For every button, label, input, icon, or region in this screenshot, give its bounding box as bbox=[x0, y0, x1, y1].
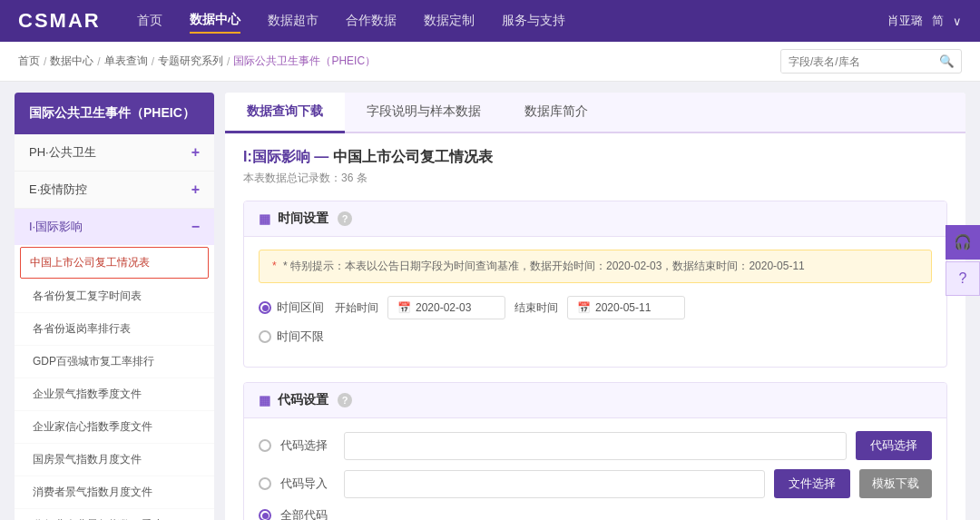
sidebar-item-7[interactable]: 消费者景气指数月度文件 bbox=[15, 476, 214, 509]
sidebar-item-1[interactable]: 各省份复工复字时间表 bbox=[15, 280, 214, 313]
float-buttons: 🎧 ? bbox=[946, 225, 980, 296]
headset-button[interactable]: 🎧 bbox=[946, 225, 980, 260]
breadcrumb-home[interactable]: 首页 bbox=[18, 54, 40, 69]
sidebar-section-ph-toggle: + bbox=[191, 144, 200, 161]
start-cal-icon: 📅 bbox=[397, 301, 411, 314]
notice-star: * bbox=[272, 260, 277, 272]
code-settings-body: 代码选择 代码选择 代码导入 文件选择 模板下载 bbox=[244, 418, 946, 520]
sidebar-item-3[interactable]: GDP百强城市复工率排行 bbox=[15, 346, 214, 378]
time-settings-body: * * 特别提示：本表以公告日期字段为时间查询基准，数据开始时间：2020-02… bbox=[244, 237, 946, 367]
record-count-value: 36 条 bbox=[341, 172, 368, 184]
code-help-icon[interactable]: ? bbox=[338, 393, 352, 407]
brand-logo: CSMAR bbox=[18, 9, 101, 33]
code-import-row: 代码导入 文件选择 模板下载 bbox=[259, 469, 932, 498]
time-unlimited-radio[interactable] bbox=[259, 330, 271, 343]
content-panel: 数据查询下载 字段说明与样本数据 数据库简介 I:国际影响 — 中国上市公司复工… bbox=[225, 93, 965, 520]
breadcrumb-sep-4: / bbox=[227, 55, 230, 68]
code-settings-block: ▦ 代码设置 ? 代码选择 代码选择 代码导入 bbox=[243, 382, 947, 520]
start-time-input[interactable]: 📅 2020-02-03 bbox=[387, 296, 505, 319]
end-time-label: 结束时间 bbox=[514, 300, 558, 316]
search-button[interactable]: 🔍 bbox=[932, 50, 962, 73]
nav-menu: 首页 数据中心 数据超市 合作数据 数据定制 服务与支持 bbox=[137, 8, 887, 34]
user-name[interactable]: 肖亚璐 bbox=[887, 13, 923, 29]
end-time-input[interactable]: 📅 2020-05-11 bbox=[567, 296, 685, 319]
time-range-radio[interactable] bbox=[259, 301, 271, 314]
main-layout: 国际公共卫生事件（PHEIC） PH·公共卫生 + E·疫情防控 + I·国际影… bbox=[0, 82, 980, 520]
tab-bar: 数据查询下载 字段说明与样本数据 数据库简介 bbox=[225, 93, 965, 133]
breadcrumb-bar: 首页 / 数据中心 / 单表查询 / 专题研究系列 / 国际公共卫生事件（PHE… bbox=[0, 42, 980, 82]
search-box: 🔍 bbox=[780, 49, 962, 74]
sidebar-section-ph-header[interactable]: PH·公共卫生 + bbox=[15, 134, 214, 171]
template-download-button[interactable]: 模板下载 bbox=[859, 469, 932, 498]
code-settings-header: ▦ 代码设置 ? bbox=[244, 383, 946, 418]
code-select-button[interactable]: 代码选择 bbox=[856, 431, 932, 460]
time-settings-title: 时间设置 bbox=[278, 211, 328, 227]
nav-user-area: 肖亚璐 简 ∨ bbox=[887, 13, 962, 29]
code-select-label: 代码选择 bbox=[280, 437, 335, 454]
nav-partner-data[interactable]: 合作数据 bbox=[346, 9, 397, 33]
title-prefix: I:国际影响 — bbox=[243, 149, 333, 164]
code-select-input[interactable] bbox=[344, 432, 847, 460]
time-range-row: 时间区间 开始时间 📅 2020-02-03 结束时间 📅 2020- bbox=[259, 296, 932, 319]
sidebar: 国际公共卫生事件（PHEIC） PH·公共卫生 + E·疫情防控 + I·国际影… bbox=[15, 93, 214, 520]
breadcrumb-current: 国际公共卫生事件（PHEIC） bbox=[233, 54, 376, 69]
start-time-value: 2020-02-03 bbox=[416, 301, 471, 314]
top-navigation: CSMAR 首页 数据中心 数据超市 合作数据 数据定制 服务与支持 肖亚璐 简… bbox=[0, 0, 980, 42]
time-settings-block: ▦ 时间设置 ? * * 特别提示：本表以公告日期字段为时间查询基准，数据开始时… bbox=[243, 201, 947, 368]
lang-switch[interactable]: 简 bbox=[932, 13, 944, 29]
record-count-label: 本表数据总记录数： bbox=[243, 172, 341, 184]
sidebar-section-i-toggle: − bbox=[191, 219, 200, 235]
sidebar-section-e-toggle: + bbox=[191, 182, 200, 198]
sidebar-section-e: E·疫情防控 + bbox=[15, 172, 214, 209]
nav-data-center[interactable]: 数据中心 bbox=[190, 8, 240, 34]
nav-data-custom[interactable]: 数据定制 bbox=[424, 9, 475, 33]
sidebar-item-5[interactable]: 企业家信心指数季度文件 bbox=[15, 411, 214, 444]
tab-query-download[interactable]: 数据查询下载 bbox=[225, 93, 345, 133]
sidebar-section-i: I·国际影响 − 中国上市公司复工情况表 各省份复工复字时间表 各省份返岗率排行… bbox=[15, 209, 214, 520]
time-help-icon[interactable]: ? bbox=[338, 211, 352, 226]
time-notice: * * 特别提示：本表以公告日期字段为时间查询基准，数据开始时间：2020-02… bbox=[259, 250, 932, 283]
time-unlimited-option[interactable]: 时间不限 bbox=[259, 329, 324, 345]
end-cal-icon: 📅 bbox=[577, 301, 591, 314]
help-button[interactable]: ? bbox=[946, 261, 980, 296]
nav-data-market[interactable]: 数据超市 bbox=[268, 9, 318, 33]
sidebar-item-0[interactable]: 中国上市公司复工情况表 bbox=[20, 247, 209, 279]
notice-text: * 特别提示：本表以公告日期字段为时间查询基准，数据开始时间：2020-02-0… bbox=[283, 260, 805, 272]
code-import-radio[interactable] bbox=[259, 477, 271, 490]
breadcrumb-data-center[interactable]: 数据中心 bbox=[50, 54, 93, 69]
time-unlimited-label: 时间不限 bbox=[277, 329, 324, 345]
sidebar-section-e-header[interactable]: E·疫情防控 + bbox=[15, 172, 214, 208]
breadcrumb-sep-2: / bbox=[97, 55, 100, 68]
sidebar-item-8[interactable]: 分行业企业景气指数（季度） bbox=[15, 509, 214, 520]
search-input[interactable] bbox=[781, 51, 932, 73]
lang-dropdown-icon[interactable]: ∨ bbox=[953, 15, 962, 28]
time-unlimited-row: 时间不限 bbox=[259, 329, 932, 345]
code-import-input[interactable] bbox=[344, 470, 765, 498]
time-inputs: 开始时间 📅 2020-02-03 结束时间 📅 2020-05-11 bbox=[335, 296, 685, 319]
all-codes-radio[interactable] bbox=[259, 509, 271, 520]
code-select-radio[interactable] bbox=[259, 439, 271, 452]
code-settings-title: 代码设置 bbox=[278, 392, 328, 408]
sidebar-section-ph-label: PH·公共卫生 bbox=[29, 144, 96, 161]
nav-service[interactable]: 服务与支持 bbox=[502, 9, 565, 33]
code-select-row: 代码选择 代码选择 bbox=[259, 431, 932, 460]
sidebar-header: 国际公共卫生事件（PHEIC） bbox=[15, 93, 214, 134]
all-codes-row: 全部代码 bbox=[259, 507, 932, 520]
nav-home[interactable]: 首页 bbox=[137, 9, 162, 33]
breadcrumb-topic[interactable]: 专题研究系列 bbox=[158, 54, 223, 69]
tab-field-desc[interactable]: 字段说明与样本数据 bbox=[345, 93, 503, 133]
sidebar-item-4[interactable]: 企业景气指数季度文件 bbox=[15, 378, 214, 411]
breadcrumb-sep-3: / bbox=[152, 55, 154, 68]
sidebar-item-2[interactable]: 各省份返岗率排行表 bbox=[15, 313, 214, 346]
content-body: I:国际影响 — 中国上市公司复工情况表 本表数据总记录数：36 条 ▦ 时间设… bbox=[225, 133, 965, 520]
time-range-label: 时间区间 bbox=[277, 299, 324, 316]
sidebar-section-i-label: I·国际影响 bbox=[29, 219, 83, 235]
time-range-option[interactable]: 时间区间 bbox=[259, 299, 324, 316]
breadcrumb-single-table[interactable]: 单表查询 bbox=[104, 54, 148, 69]
tab-db-intro[interactable]: 数据库简介 bbox=[503, 93, 610, 133]
title-main: 中国上市公司复工情况表 bbox=[333, 149, 493, 164]
sidebar-section-i-items: 中国上市公司复工情况表 各省份复工复字时间表 各省份返岗率排行表 GDP百强城市… bbox=[15, 247, 214, 520]
sidebar-item-6[interactable]: 国房景气指数月度文件 bbox=[15, 444, 214, 476]
file-select-button[interactable]: 文件选择 bbox=[774, 469, 850, 498]
sidebar-section-i-header[interactable]: I·国际影响 − bbox=[15, 209, 214, 245]
